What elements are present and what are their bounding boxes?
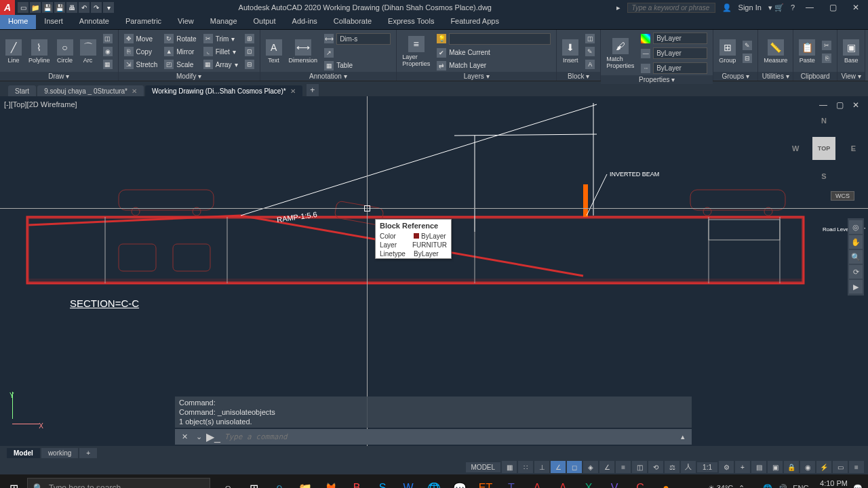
nav-zoom-icon[interactable]: 🔍 — [849, 250, 863, 264]
tb-whatsapp-icon[interactable]: 💬 — [448, 474, 472, 488]
status-3dosnap-icon[interactable]: ◈ — [583, 461, 598, 473]
qat-saveas-icon[interactable]: 💾 — [54, 2, 65, 13]
status-otrack-icon[interactable]: ∠ — [599, 461, 614, 473]
close-icon[interactable]: ✕ — [290, 87, 296, 95]
tab-featured[interactable]: Featured Apps — [442, 15, 507, 29]
tray-language-icon[interactable]: ENG — [793, 484, 809, 488]
tab-annotate[interactable]: Annotate — [71, 15, 117, 29]
stretch-button[interactable]: ⇲Stretch — [121, 58, 161, 70]
new-tab-button[interactable]: + — [307, 84, 319, 96]
tab-insert[interactable]: Insert — [36, 15, 71, 29]
dimension-button[interactable]: ⟷Dimension — [286, 38, 321, 65]
close-icon[interactable]: ✕ — [132, 87, 137, 95]
lineweight-combo[interactable]: —ByLayer — [638, 46, 710, 60]
move-button[interactable]: ✥Move — [121, 33, 161, 45]
ucs-icon[interactable]: Y X — [4, 392, 45, 432]
tb-explorer-icon[interactable]: 📁 — [293, 474, 317, 488]
minimize-button[interactable]: — — [802, 1, 818, 14]
table-button[interactable]: ▦Table — [321, 60, 393, 72]
status-customize-icon[interactable]: ≡ — [849, 461, 864, 473]
tb-taskview-icon[interactable]: ⊞ — [241, 474, 266, 488]
qat-undo-icon[interactable]: ↶ — [79, 2, 90, 13]
command-line[interactable]: ✕ ⌄ ▶_ ▴ — [175, 429, 692, 445]
tab-view[interactable]: View — [170, 15, 202, 29]
layer-properties-button[interactable]: ≡Layer Properties — [399, 35, 433, 68]
status-lock-icon[interactable]: 🔒 — [784, 461, 799, 473]
leader-button[interactable]: ↗ — [321, 47, 393, 59]
command-input[interactable] — [224, 432, 677, 441]
layer-combo[interactable]: 💡 — [434, 32, 553, 46]
nav-showmotion-icon[interactable]: ▶ — [849, 280, 863, 293]
tab-home[interactable]: Home — [0, 15, 36, 29]
tray-volume-icon[interactable]: 🔊 — [778, 484, 787, 489]
tb-app1-icon[interactable]: C — [628, 474, 652, 488]
tb-acrobat-icon[interactable]: A — [525, 474, 549, 488]
draw-extra1[interactable]: ◫ — [100, 33, 115, 45]
block-attr[interactable]: A — [583, 58, 597, 70]
status-polar-icon[interactable]: ∠ — [551, 461, 566, 473]
copy-button[interactable]: ⎘Copy — [121, 45, 161, 58]
app-logo[interactable]: A — [0, 0, 15, 15]
status-snap-icon[interactable]: ∷ — [518, 461, 533, 473]
file-tab-sobuj[interactable]: 9.sobuj chaya _ 0Structura*✕ — [37, 85, 144, 96]
tray-notifications-icon[interactable]: 💬 — [853, 484, 863, 489]
layout-tab-model[interactable]: Model — [7, 448, 40, 458]
modify-extra1[interactable]: ⊞ — [242, 33, 257, 45]
nav-pan-icon[interactable]: ✋ — [849, 235, 863, 249]
qat-more-icon[interactable]: ▾ — [103, 2, 114, 13]
search-input[interactable] — [627, 3, 715, 13]
status-grid-icon[interactable]: ▦ — [502, 461, 517, 473]
status-ortho-icon[interactable]: ⊥ — [534, 461, 549, 473]
status-isolate-icon[interactable]: ◉ — [800, 461, 815, 473]
tab-parametric[interactable]: Parametric — [117, 15, 170, 29]
tb-firefox-icon[interactable]: 🦊 — [319, 474, 343, 488]
base-button[interactable]: ▣Base — [840, 38, 862, 65]
qat-redo-icon[interactable]: ↷ — [91, 2, 102, 13]
status-cycling-icon[interactable]: ⟲ — [648, 461, 663, 473]
modify-extra2[interactable]: ⊡ — [242, 45, 257, 58]
signin-label[interactable]: Sign In — [738, 3, 762, 12]
fillet-button[interactable]: ◟Fillet ▾ — [201, 45, 241, 58]
file-tab-start[interactable]: Start — [8, 85, 36, 96]
cmd-close-icon[interactable]: ✕ — [182, 432, 188, 441]
modify-extra3[interactable]: ⊟ — [242, 58, 257, 70]
tb-viber-icon[interactable]: V — [602, 474, 627, 488]
weather-widget[interactable]: ☀ 34°C — [708, 484, 734, 489]
group-edit[interactable]: ✎ — [740, 39, 755, 52]
block-create[interactable]: ◫ — [583, 33, 597, 45]
nav-wheel-icon[interactable]: ◎ — [849, 220, 863, 234]
match-layer-button[interactable]: ⇄Match Layer — [434, 60, 553, 72]
cut-button[interactable]: ✂ — [819, 39, 834, 52]
tray-onedrive-icon[interactable]: ☁ — [750, 484, 757, 489]
dimstyle-combo[interactable]: ⟷Dim-s — [321, 32, 393, 46]
circle-button[interactable]: ○Circle — [54, 38, 76, 65]
status-annomonitor-icon[interactable]: + — [735, 461, 750, 473]
layout-tab-add[interactable]: + — [79, 448, 97, 458]
polyline-button[interactable]: ⌇Polyline — [26, 38, 53, 65]
mirror-button[interactable]: ▲Mirror — [161, 45, 199, 58]
status-units-icon[interactable]: ▤ — [751, 461, 766, 473]
status-transparency-icon[interactable]: ◫ — [632, 461, 647, 473]
status-cleanscreen-icon[interactable]: ▭ — [833, 461, 848, 473]
arc-button[interactable]: ⌒Arc — [77, 38, 99, 65]
qat-save-icon[interactable]: 💾 — [42, 2, 53, 13]
tb-excel-icon[interactable]: X — [576, 474, 601, 488]
make-current-button[interactable]: ✔Make Current — [434, 47, 553, 59]
infocenter-arrow-icon[interactable]: ▸ — [616, 3, 620, 12]
measure-button[interactable]: 📏Measure — [761, 38, 790, 65]
nav-orbit-icon[interactable]: ⟳ — [849, 265, 863, 279]
appstore-icon[interactable]: ▾ 🛒 — [768, 3, 784, 12]
status-annotation-icon[interactable]: ⚖ — [665, 461, 679, 473]
status-model[interactable]: MODEL — [466, 462, 501, 472]
paste-button[interactable]: 📋Paste — [796, 38, 818, 65]
tb-teams-icon[interactable]: T — [499, 474, 524, 488]
tab-output[interactable]: Output — [245, 15, 284, 29]
tray-chevron-icon[interactable]: ⌃ — [738, 484, 745, 489]
start-button[interactable]: ⊞ — [0, 474, 27, 488]
status-scale[interactable]: 1:1 — [697, 462, 717, 472]
tray-clock[interactable]: 4:10 PM 9/24/2021 — [814, 479, 848, 488]
qat-open-icon[interactable]: 📁 — [30, 2, 41, 13]
cmd-options-icon[interactable]: ⌄ — [196, 432, 202, 441]
tb-cortana-icon[interactable]: ○ — [216, 474, 240, 488]
file-tab-working[interactable]: Working Drawing (Di...Shah Cosmos Place)… — [145, 85, 302, 96]
